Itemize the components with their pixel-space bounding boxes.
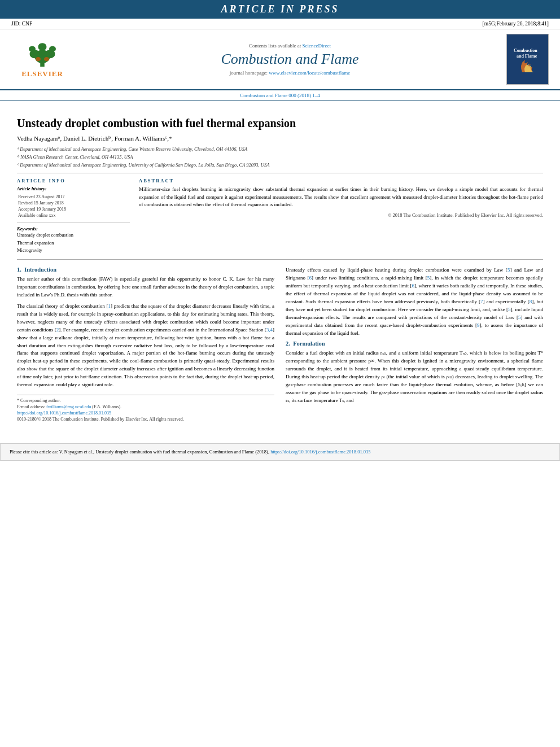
article-info-column: ARTICLE INFO Article history: Received 2… [17, 178, 130, 255]
article-history-table: Received 23 August 2017 Revised 15 Janua… [17, 193, 69, 219]
abstract-heading: ABSTRACT [139, 178, 543, 184]
section-2-paragraph: Consider a fuel droplet with an initial … [286, 350, 543, 405]
divider-thin-1 [17, 222, 130, 223]
article-history-label: Article history: [17, 186, 130, 191]
footnote-email-link[interactable]: fwilliams@eng.ucsd.edu [46, 404, 91, 409]
science-direct-link[interactable]: ScienceDirect [303, 43, 331, 49]
footnote-area: * Corresponding author. E-mail address: … [17, 395, 274, 422]
affiliation-c: ᶜ Department of Mechanical and Aerospace… [17, 161, 543, 169]
table-row: Received 23 August 2017 [18, 194, 68, 199]
citation-text: Please cite this article as: V. Nayagam … [10, 449, 269, 455]
intro-paragraph-2: The classical theory of droplet combusti… [17, 303, 274, 389]
authors-line: Vedha Nayagamᵃ, Daniel L. Dietrichᵇ, For… [17, 135, 543, 142]
body-two-columns: 1. Introduction The senior author of thi… [17, 267, 543, 423]
elsevier-tree-icon [25, 40, 59, 68]
jid-right: [m5G;February 26, 2018;8:41] [483, 21, 549, 27]
citation-line: Combustion and Flame 000 (2018) 1–4 [0, 90, 560, 101]
elsevier-wordmark: ELSEVIER [21, 69, 63, 78]
journal-header: ELSEVIER Contents lists available at Sci… [0, 29, 560, 90]
journal-cover-thumbnail: Combustion and Flame [506, 34, 549, 85]
article-title: Unsteady droplet combustion with fuel th… [17, 116, 543, 130]
body-left-column: 1. Introduction The senior author of thi… [17, 267, 274, 423]
bottom-citation-box: Please cite this article as: V. Nayagam … [0, 443, 560, 461]
footnote-doi-link[interactable]: https://doi.org/10.1016/j.combustflame.2… [17, 410, 111, 416]
science-direct-line: Contents lists available at ScienceDirec… [73, 43, 506, 49]
journal-homepage-link[interactable]: www.elsevier.com/locate/combustflame [269, 70, 350, 76]
received-cell: Received 23 August 2017 [18, 194, 68, 199]
journal-center: Contents lists available at ScienceDirec… [73, 43, 506, 76]
jid-left: JID: CNF [11, 21, 32, 27]
affiliation-a: ᵃ Department of Mechanical and Aerospace… [17, 146, 543, 153]
keyword-3: Microgravity [17, 247, 130, 255]
citation-doi-link[interactable]: https://doi.org/10.1016/j.combustflame.2… [270, 449, 370, 455]
article-in-press-banner: ARTICLE IN PRESS [0, 0, 560, 19]
accepted-cell: Accepted 19 January 2018 [18, 207, 68, 212]
info-abstract-row: ARTICLE INFO Article history: Received 2… [17, 178, 543, 255]
jid-line: JID: CNF [m5G;February 26, 2018;8:41] [0, 19, 560, 29]
online-cell: Available online xxx [18, 213, 68, 218]
footnote-doi: https://doi.org/10.1016/j.combustflame.2… [17, 410, 274, 416]
affiliations: ᵃ Department of Mechanical and Aerospace… [17, 146, 543, 168]
footnote-email: E-mail address: fwilliams@eng.ucsd.edu (… [17, 404, 274, 409]
main-content: Unsteady droplet combustion with fuel th… [0, 101, 560, 434]
cover-flame-icon: Combustion and Flame [511, 44, 545, 75]
elsevier-logo: ELSEVIER [11, 40, 73, 78]
abstract-column: ABSTRACT Millimeter-size fuel droplets b… [139, 178, 543, 255]
journal-homepage-line: journal homepage: www.elsevier.com/locat… [73, 70, 506, 76]
article-info-heading: ARTICLE INFO [17, 178, 130, 184]
keyword-1: Unsteady droplet combustion [17, 231, 130, 239]
table-row: Accepted 19 January 2018 [18, 207, 68, 212]
right-col-paragraph-1: Unsteady effects caused by liquid-phase … [286, 267, 543, 337]
table-row: Available online xxx [18, 213, 68, 218]
body-right-column: Unsteady effects caused by liquid-phase … [286, 267, 543, 423]
svg-point-7 [36, 57, 41, 62]
copyright-line: © 2018 The Combustion Institute. Publish… [139, 212, 543, 218]
journal-title: Combustion and Flame [73, 51, 506, 68]
section-1-title: 1. Introduction [17, 267, 274, 273]
svg-text:and Flame: and Flame [517, 54, 537, 59]
divider-2 [17, 259, 543, 260]
section-2-title: 2. Formulation [286, 340, 543, 347]
divider-1 [17, 173, 543, 173]
revised-cell: Revised 15 January 2018 [18, 200, 68, 206]
svg-point-5 [49, 46, 56, 52]
table-row: Revised 15 January 2018 [18, 200, 68, 206]
affiliation-b: ᵇ NASA Glenn Research Center, Cleveland,… [17, 154, 543, 161]
intro-paragraph-1: The senior author of this contribution (… [17, 276, 274, 299]
footnote-issn: 0010-2180/© 2018 The Combustion Institut… [17, 417, 274, 422]
abstract-text: Millimeter-size fuel droplets burning in… [139, 186, 543, 209]
svg-point-8 [44, 57, 49, 62]
svg-point-6 [38, 43, 47, 51]
svg-text:Combustion: Combustion [514, 48, 537, 53]
svg-point-4 [29, 46, 36, 52]
keywords-label: Keywords: [17, 226, 130, 231]
keyword-2: Thermal expansion [17, 239, 130, 247]
footnote-corresponding: * Corresponding author. [17, 398, 274, 403]
